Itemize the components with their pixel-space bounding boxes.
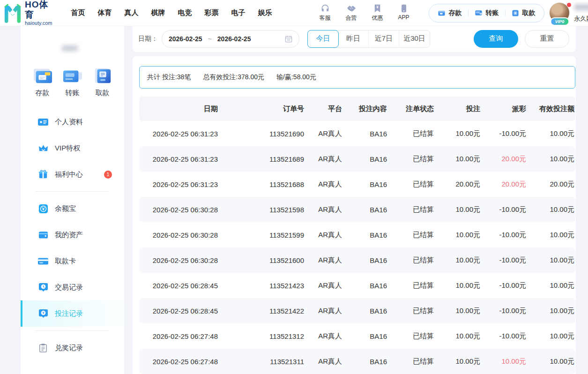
cell-content: BA16 <box>343 130 388 138</box>
reset-button[interactable]: 重置 <box>525 30 569 48</box>
cell-order: 113521689 <box>219 155 305 163</box>
table-header: 日期 订单号 平台 投注内容 注单状态 投注 派彩 有效投注额 <box>139 97 575 121</box>
cell-date: 2026-02-25 06:28:45 <box>139 307 219 315</box>
yuebao-icon <box>37 204 49 214</box>
col-bet: 投注 <box>435 105 481 113</box>
cell-payout: -10.00元 <box>481 256 527 265</box>
sidebar-item-redeem-records[interactable]: 兑奖记录 <box>21 335 124 361</box>
quick-support-label: 客服 <box>320 14 331 22</box>
cell-order: 113521423 <box>219 282 305 290</box>
sidebar-withdraw-action[interactable]: 取款 <box>90 66 115 97</box>
cell-valid: 20.00元 <box>527 180 575 189</box>
cell-bet: 10.00元 <box>435 281 481 290</box>
cell-payout: -10.00元 <box>481 129 527 138</box>
preset-30days[interactable]: 近30日 <box>399 30 430 47</box>
cell-content: BA16 <box>343 155 388 163</box>
sidebar-item-assets[interactable]: 我的资产 <box>21 222 124 248</box>
svg-text:¥: ¥ <box>42 311 44 315</box>
cell-platform: AR真人 <box>305 129 343 138</box>
sidebar-deposit-action[interactable]: 存款 <box>30 66 55 97</box>
sidebar-item-vip[interactable]: VIP特权 <box>21 135 124 161</box>
quick-app[interactable]: APP <box>396 4 412 22</box>
summary-bar: 共计 投注:38笔 总有效投注:378.00元 输/赢:58.00元 <box>139 66 575 89</box>
date-from: 2026-02-25 <box>169 35 202 43</box>
nav-item-entertainment[interactable]: 娱乐 <box>258 8 272 17</box>
nav-item-lottery[interactable]: 彩票 <box>205 8 219 17</box>
page: HO体育 haiouty.com 首页 体育 真人 棋牌 电竞 彩票 电子 娱乐 <box>0 0 588 374</box>
sidebar-item-yuebao[interactable]: 余额宝 <box>21 195 124 222</box>
nav-item-sports[interactable]: 体育 <box>98 8 112 17</box>
sidebar-item-transactions[interactable]: 交易记录 <box>21 274 124 300</box>
cell-bet: 10.00元 <box>435 357 481 366</box>
coupon-icon: ¥ <box>374 4 381 13</box>
sidebar-item-label: VIP特权 <box>55 144 80 153</box>
sidebar-item-bet-records[interactable]: ¥ 投注记录 <box>21 300 124 327</box>
cell-valid: 10.00元 <box>527 129 575 138</box>
gift-icon <box>37 170 49 179</box>
sidebar-divider <box>36 191 109 192</box>
records-card: 共计 投注:38笔 总有效投注:378.00元 输/赢:58.00元 日期 订单… <box>133 56 576 374</box>
cell-order: 113521422 <box>219 307 305 315</box>
deposit-icon <box>438 9 446 16</box>
nav-item-cards[interactable]: 棋牌 <box>151 8 165 17</box>
nav-item-esports[interactable]: 电竞 <box>178 8 192 17</box>
logo-text: HO体育 haiouty.com <box>25 0 52 26</box>
deposit-3d-icon <box>31 66 54 86</box>
cell-payout: -10.00元 <box>481 205 527 214</box>
transfer-button[interactable]: 转账 <box>475 9 499 17</box>
cell-status: 已结算 <box>388 357 435 366</box>
nav-item-home[interactable]: 首页 <box>71 8 85 17</box>
logo-mark-icon <box>4 3 22 23</box>
nav-item-slots[interactable]: 电子 <box>231 8 246 17</box>
query-button[interactable]: 查询 <box>474 30 518 48</box>
preset-today[interactable]: 今日 <box>307 30 339 48</box>
sidebar-quick-actions: 存款 转账 <box>21 66 124 97</box>
cell-payout: -10.00元 <box>481 307 527 315</box>
cell-status: 已结算 <box>388 205 435 214</box>
date-range-input[interactable]: 2026-02-25 ~ 2026-02-25 <box>162 30 299 48</box>
content-gap <box>124 26 133 374</box>
cell-valid: 10.00元 <box>527 281 575 290</box>
blurred-sidebar-text <box>62 45 78 51</box>
permanent-url-label: 永久网址 : <box>574 15 588 22</box>
withdraw-button[interactable]: 取款 <box>512 9 536 17</box>
cell-content: BA16 <box>343 358 388 366</box>
welfare-badge: 1 <box>104 171 112 179</box>
cell-content: BA16 <box>343 231 388 239</box>
nav-item-live[interactable]: 真人 <box>125 8 139 17</box>
sidebar-deposit-label: 存款 <box>36 89 50 97</box>
table-row: 2026-02-25 06:30:28 113521599 AR真人 BA16 … <box>139 222 575 247</box>
quick-support[interactable]: 客服 <box>317 4 333 22</box>
summary-valid-bets: 总有效投注:378.00元 <box>203 73 264 82</box>
summary-win-loss: 输/赢:58.00元 <box>276 73 316 82</box>
preset-7days[interactable]: 近7日 <box>369 30 399 47</box>
quick-partner[interactable]: 合营 <box>343 4 359 22</box>
quick-promo[interactable]: ¥ 优惠 <box>370 4 386 22</box>
sidebar-item-withdraw-card[interactable]: 取款卡 <box>21 248 124 274</box>
deposit-button[interactable]: 存款 <box>438 9 462 17</box>
preset-yesterday[interactable]: 昨日 <box>338 30 369 47</box>
quick-app-label: APP <box>398 14 409 21</box>
table-row: 2026-02-25 06:28:45 113521423 AR真人 BA16 … <box>139 273 575 298</box>
cell-payout: 20.00元 <box>481 155 527 164</box>
cell-payout: -10.00元 <box>481 231 527 239</box>
bank-card-icon <box>37 257 49 265</box>
sidebar-item-profile[interactable]: 个人资料 <box>21 109 124 135</box>
sidebar-transfer-label: 转账 <box>66 89 80 97</box>
transfer-icon <box>475 9 483 16</box>
cell-content: BA16 <box>343 206 388 214</box>
calendar-icon[interactable] <box>285 35 292 43</box>
sidebar-item-welfare[interactable]: 福利中心 1 <box>21 161 124 187</box>
cell-valid: 10.00元 <box>527 357 575 366</box>
summary-total-bets: 共计 投注:38笔 <box>147 73 191 82</box>
body: 存款 转账 <box>0 26 588 374</box>
sidebar-transfer-action[interactable]: 转账 <box>60 66 85 97</box>
col-platform: 平台 <box>305 105 343 113</box>
transaction-record-icon <box>37 283 49 292</box>
site-logo[interactable]: HO体育 haiouty.com <box>4 0 52 26</box>
cell-bet: 10.00元 <box>435 129 481 138</box>
cell-status: 已结算 <box>388 155 435 164</box>
cell-bet: 10.00元 <box>435 256 481 265</box>
cell-status: 已结算 <box>388 281 435 290</box>
sidebar-item-label: 我的资产 <box>55 231 83 239</box>
